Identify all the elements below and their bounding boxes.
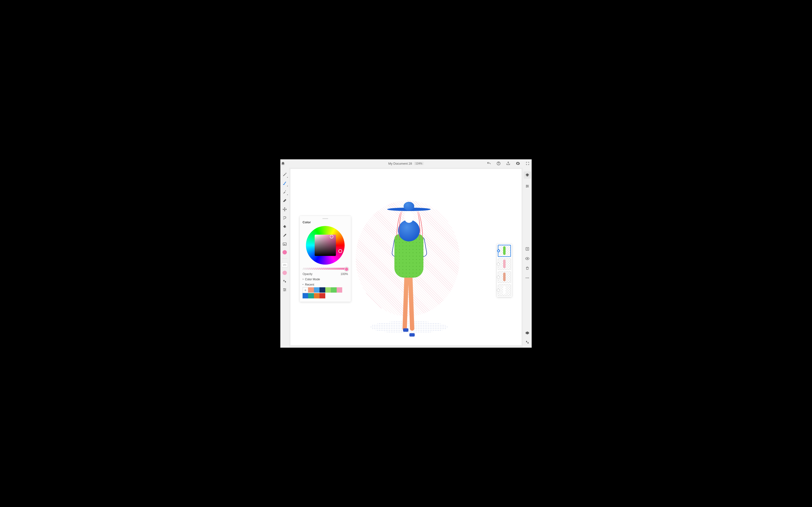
undo-icon [487, 161, 491, 166]
eye-icon [525, 257, 529, 261]
color-wheel[interactable] [306, 226, 345, 265]
svg-point-11 [527, 278, 528, 278]
lasso-icon [283, 216, 287, 220]
feedback-button[interactable] [525, 330, 530, 336]
recent-colors-grid: + [303, 287, 342, 298]
recent-color-swatch[interactable] [308, 287, 314, 293]
watercolor-brush-tool[interactable] [282, 181, 287, 186]
opacity-label: Opacity [303, 272, 312, 276]
illustration-face [404, 211, 414, 223]
transform-tool[interactable] [282, 207, 287, 212]
document-title: My Document 28 [388, 162, 412, 165]
layer-preview [503, 286, 506, 294]
share-button[interactable] [506, 161, 511, 166]
add-layer-button[interactable] [525, 246, 530, 251]
illustration-shoe [403, 328, 408, 332]
color-mode-label: Color Mode [305, 278, 320, 281]
layer-target-icon[interactable] [497, 263, 500, 266]
layer-target-icon[interactable] [497, 276, 500, 279]
recent-color-swatch[interactable] [308, 293, 314, 298]
svg-point-5 [526, 185, 527, 186]
layer-actions [523, 246, 532, 281]
undo-button[interactable] [486, 161, 492, 166]
add-icon [525, 247, 529, 251]
more-actions-button[interactable] [525, 275, 530, 281]
layer-thumb[interactable] [498, 245, 511, 257]
fine-brush-icon [283, 190, 287, 194]
recent-color-swatch[interactable] [337, 287, 342, 293]
home-icon [281, 161, 285, 166]
color-panel-title: Color [303, 220, 348, 224]
water-panel-button[interactable] [525, 339, 530, 345]
layer-target-icon[interactable] [497, 249, 500, 252]
lasso-tool[interactable] [282, 215, 287, 221]
add-color-button[interactable]: + [303, 287, 308, 293]
image-tool[interactable] [282, 241, 287, 247]
layer-preview [503, 260, 506, 268]
help-button[interactable] [496, 161, 501, 166]
fill-tool[interactable] [282, 224, 287, 229]
eraser-tool[interactable] [282, 198, 287, 203]
svg-point-3 [285, 289, 286, 290]
eyedropper-icon [283, 233, 287, 237]
layer-properties-button[interactable] [525, 183, 530, 189]
settings-button[interactable] [515, 161, 520, 166]
recent-color-swatch[interactable] [303, 293, 308, 298]
eyedropper-tool[interactable] [282, 233, 287, 238]
sv-handle[interactable] [329, 235, 334, 238]
help-icon [496, 161, 501, 166]
layer-thumb[interactable] [498, 271, 511, 283]
pencil-tool[interactable] [282, 172, 287, 177]
layer-thumb[interactable] [498, 284, 511, 296]
bucket-icon [283, 225, 287, 229]
opacity-knob[interactable] [344, 267, 349, 271]
recent-color-swatch[interactable] [319, 293, 325, 298]
layers-panel-button[interactable] [524, 171, 531, 179]
zoom-badge[interactable]: 124% [414, 162, 424, 165]
opacity-track [303, 268, 348, 270]
move-icon [283, 207, 287, 212]
sliders-icon [283, 288, 287, 292]
panel-drag-handle[interactable] [322, 218, 328, 219]
recent-color-swatch[interactable] [314, 287, 319, 293]
brush-size-field[interactable]: 181 [282, 263, 288, 267]
layer-thumb[interactable] [498, 258, 511, 270]
image-icon [283, 242, 287, 246]
water-tool[interactable] [282, 278, 287, 284]
home-button[interactable] [280, 161, 286, 166]
gear-icon [516, 161, 520, 166]
chevron-down-icon: › [301, 284, 305, 285]
layer-strip [497, 244, 512, 297]
current-color-swatch[interactable] [283, 250, 287, 255]
water-drops-icon [525, 340, 529, 344]
right-toolbar-bottom [523, 330, 532, 348]
recent-label: Recent [305, 283, 314, 286]
svg-point-6 [527, 186, 528, 187]
fullscreen-button[interactable] [525, 161, 530, 166]
color-panel[interactable]: Color Opacity 100% › Color Mode › R [300, 216, 351, 302]
recent-color-swatch[interactable] [314, 293, 319, 298]
secondary-color-swatch[interactable] [283, 271, 287, 275]
vector-brush-tool[interactable] [282, 189, 287, 194]
opacity-slider[interactable] [303, 267, 348, 270]
adjust-tool[interactable] [282, 287, 287, 292]
pencil-icon [283, 172, 287, 177]
recent-color-swatch[interactable] [325, 287, 331, 293]
recent-color-swatch[interactable] [331, 287, 337, 293]
recent-color-swatch[interactable] [319, 287, 325, 293]
brush-icon [283, 181, 287, 185]
svg-point-7 [526, 187, 527, 187]
color-mode-row[interactable]: › Color Mode [303, 278, 348, 281]
left-toolbar: 181 [280, 168, 289, 348]
layer-preview [503, 246, 506, 255]
svg-point-10 [526, 278, 526, 278]
layer-visibility-button[interactable] [525, 256, 530, 261]
recent-row[interactable]: › Recent [303, 283, 348, 286]
hue-handle[interactable] [338, 249, 342, 253]
layer-preview [503, 273, 506, 281]
canvas-area: Color Opacity 100% › Color Mode › R [289, 168, 523, 348]
sliders-icon [525, 184, 529, 188]
delete-layer-button[interactable] [525, 266, 530, 271]
layer-target-icon[interactable] [497, 289, 500, 292]
app-window: My Document 28 124% [280, 159, 532, 348]
